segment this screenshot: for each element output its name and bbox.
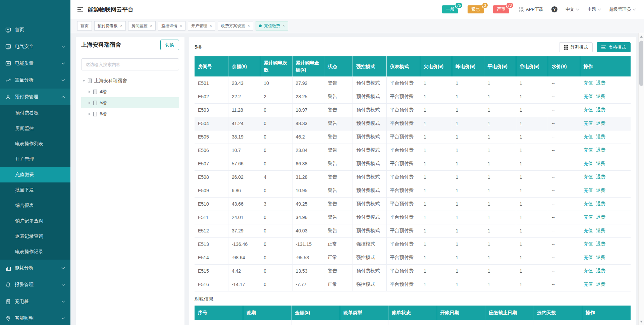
recharge-link[interactable]: 充值 bbox=[584, 268, 593, 273]
close-icon[interactable]: × bbox=[150, 24, 152, 28]
recharge-link[interactable]: 充值 bbox=[584, 228, 593, 233]
refund-link[interactable]: 退费 bbox=[596, 187, 605, 193]
recharge-link[interactable]: 充值 bbox=[584, 255, 593, 260]
refund-link[interactable]: 退费 bbox=[596, 107, 605, 112]
app-download-link[interactable]: APP下载 bbox=[519, 6, 543, 12]
tab-预付费看板[interactable]: 预付费看板× bbox=[94, 21, 126, 31]
sidebar-item-电能质量[interactable]: 电能质量 bbox=[0, 55, 70, 72]
recharge-link[interactable]: 充值 bbox=[584, 107, 593, 112]
refund-link[interactable]: 退费 bbox=[596, 228, 605, 233]
refund-link[interactable]: 退费 bbox=[596, 268, 605, 273]
recharge-link[interactable]: 充值 bbox=[584, 214, 593, 220]
table-mode-button[interactable]: 表格模式 bbox=[597, 42, 631, 52]
close-icon[interactable]: × bbox=[120, 24, 122, 28]
close-icon[interactable]: × bbox=[210, 24, 212, 28]
tab-监控详情[interactable]: 监控详情× bbox=[158, 21, 185, 31]
collapse-menu-icon[interactable] bbox=[77, 7, 83, 12]
recharge-link[interactable]: 充值 bbox=[584, 281, 593, 287]
caret-down-icon[interactable] bbox=[83, 80, 85, 82]
refund-link[interactable]: 退费 bbox=[596, 120, 605, 126]
tree-node-root[interactable]: 上海安科瑞宿舍 bbox=[81, 75, 179, 86]
refund-link[interactable]: 退费 bbox=[596, 134, 605, 139]
tree-node-4楼[interactable]: 4楼 bbox=[81, 86, 179, 97]
building-icon bbox=[93, 90, 97, 94]
caret-right-icon[interactable] bbox=[89, 113, 91, 115]
sidebar-subitem-批量下发[interactable]: 批量下发 bbox=[0, 182, 70, 198]
refund-link[interactable]: 退费 bbox=[596, 281, 605, 287]
recharge-link[interactable]: 充值 bbox=[584, 187, 593, 193]
refund-link[interactable]: 退费 bbox=[596, 161, 605, 166]
refund-link[interactable]: 退费 bbox=[596, 147, 605, 153]
sidebar-subitem-综合报表[interactable]: 综合报表 bbox=[0, 198, 70, 213]
sidebar-subitem-预付费看板[interactable]: 预付费看板 bbox=[0, 105, 70, 121]
recharge-link[interactable]: 充值 bbox=[584, 94, 593, 99]
alarm-badge-紧急[interactable]: 紧急3 bbox=[468, 5, 484, 13]
refund-link[interactable]: 退费 bbox=[596, 80, 605, 86]
close-icon[interactable]: × bbox=[180, 24, 182, 28]
row-actions: 充值退费 bbox=[580, 224, 631, 237]
table-cell: E511 bbox=[195, 211, 228, 224]
sidebar: 首页电气安全电能质量需量分析预付费管理预付费看板房间监控电表操作列表开户管理充值… bbox=[0, 0, 70, 325]
sidebar-item-充电桩[interactable]: 充电桩 bbox=[0, 293, 70, 310]
recharge-link[interactable]: 充值 bbox=[584, 134, 593, 139]
tab-房间监控[interactable]: 房间监控× bbox=[128, 21, 156, 31]
table-cell: 1 bbox=[516, 130, 548, 144]
tab-首页[interactable]: 首页 bbox=[77, 21, 92, 31]
switch-button[interactable]: 切换 bbox=[160, 40, 179, 50]
refund-link[interactable]: 退费 bbox=[596, 214, 605, 220]
refund-link[interactable]: 退费 bbox=[596, 174, 605, 179]
sidebar-subitem-电表操作列表[interactable]: 电表操作列表 bbox=[0, 136, 70, 152]
sidebar-subitem-销户记录查询[interactable]: 销户记录查询 bbox=[0, 213, 70, 229]
theme-dropdown[interactable]: 主题 bbox=[587, 6, 601, 12]
refund-link[interactable]: 退费 bbox=[596, 201, 605, 206]
column-header: 峰电价(¥) bbox=[452, 56, 484, 76]
refund-link[interactable]: 退费 bbox=[596, 255, 605, 260]
close-icon[interactable]: × bbox=[282, 24, 285, 28]
table-cell: 1 bbox=[484, 264, 516, 278]
alarm-badge-严重[interactable]: 严重73 bbox=[493, 5, 509, 13]
table-cell: -- bbox=[548, 278, 580, 291]
tab-开户管理[interactable]: 开户管理× bbox=[188, 21, 215, 31]
scrollbar-thumb[interactable] bbox=[639, 41, 643, 86]
sidebar-item-预付费管理[interactable]: 预付费管理 bbox=[0, 89, 70, 105]
tree-node-5楼[interactable]: 5楼 bbox=[81, 97, 179, 108]
sidebar-item-报警管理[interactable]: 报警管理 bbox=[0, 276, 70, 293]
user-menu[interactable]: 超级管理员 bbox=[609, 6, 636, 12]
table-cell: 1 bbox=[452, 278, 484, 291]
sidebar-subitem-房间监控[interactable]: 房间监控 bbox=[0, 121, 70, 136]
recharge-link[interactable]: 充值 bbox=[584, 161, 593, 166]
table-cell: E510 bbox=[195, 197, 228, 211]
tab-收费方案设置[interactable]: 收费方案设置× bbox=[218, 21, 253, 31]
refund-link[interactable]: 退费 bbox=[596, 241, 605, 247]
refund-link[interactable]: 退费 bbox=[596, 94, 605, 99]
recharge-link[interactable]: 充值 bbox=[584, 241, 593, 247]
recharge-link[interactable]: 充值 bbox=[584, 147, 593, 153]
tree-node-6楼[interactable]: 6楼 bbox=[81, 108, 179, 119]
recharge-link[interactable]: 充值 bbox=[584, 174, 593, 179]
close-icon[interactable]: × bbox=[248, 24, 250, 28]
vertical-scrollbar[interactable] bbox=[638, 33, 644, 325]
scroll-down-icon[interactable] bbox=[639, 319, 644, 324]
scroll-up-icon[interactable] bbox=[639, 34, 644, 39]
recharge-link[interactable]: 充值 bbox=[584, 201, 593, 206]
recharge-link[interactable]: 充值 bbox=[584, 120, 593, 126]
sidebar-item-智能照明[interactable]: 智能照明 bbox=[0, 310, 70, 325]
sidebar-subitem-充值缴费[interactable]: 充值缴费 bbox=[0, 167, 70, 182]
help-icon[interactable]: ? bbox=[551, 6, 557, 12]
grid-mode-button[interactable]: 阵列模式 bbox=[559, 42, 593, 52]
tab-充值缴费[interactable]: 充值缴费× bbox=[256, 21, 288, 31]
sidebar-item-需量分析[interactable]: 需量分析 bbox=[0, 72, 70, 89]
sidebar-subitem-开户管理[interactable]: 开户管理 bbox=[0, 152, 70, 167]
sidebar-item-电气安全[interactable]: 电气安全 bbox=[0, 38, 70, 55]
caret-right-icon[interactable] bbox=[89, 102, 91, 104]
alarm-badge-一般[interactable]: 一般75 bbox=[442, 5, 458, 13]
building-icon bbox=[93, 101, 97, 105]
recharge-link[interactable]: 充值 bbox=[584, 80, 593, 86]
sidebar-item-能耗分析[interactable]: 能耗分析 bbox=[0, 260, 70, 276]
tree-search-input[interactable] bbox=[81, 58, 179, 70]
caret-right-icon[interactable] bbox=[89, 91, 91, 93]
sidebar-item-首页[interactable]: 首页 bbox=[0, 21, 70, 38]
sidebar-subitem-电表操作记录[interactable]: 电表操作记录 bbox=[0, 244, 70, 260]
language-dropdown[interactable]: 中文 bbox=[566, 6, 579, 12]
sidebar-subitem-退表记录查询[interactable]: 退表记录查询 bbox=[0, 229, 70, 244]
